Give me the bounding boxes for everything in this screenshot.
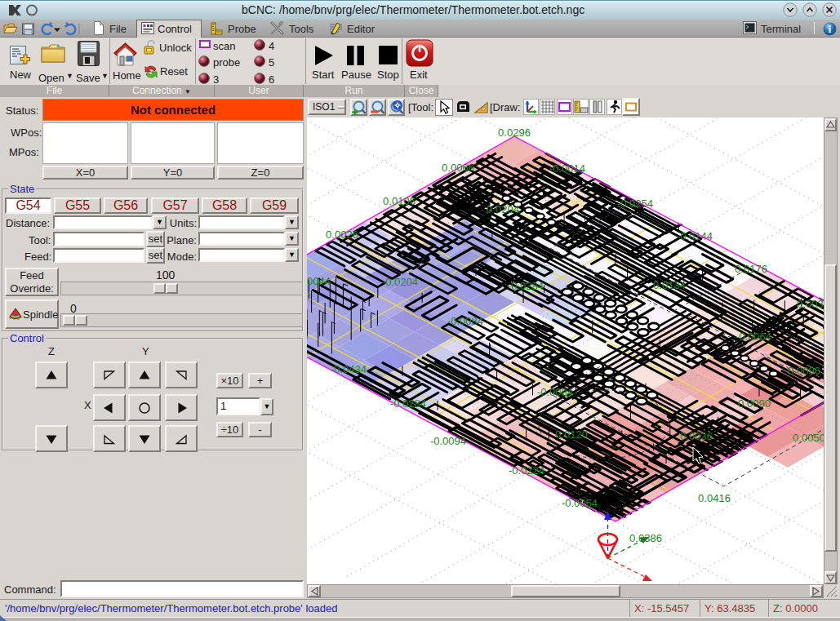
svg-text:0.0386: 0.0386 (629, 532, 662, 544)
svg-text:-0.0144: -0.0144 (677, 230, 713, 242)
svg-text:0.0066: 0.0066 (442, 162, 474, 174)
svg-text:0.0050: 0.0050 (793, 432, 824, 444)
svg-text:0.0026: 0.0026 (326, 228, 358, 241)
svg-text:-0.0064: -0.0064 (562, 497, 598, 509)
svg-text:0.0036: 0.0036 (797, 298, 824, 310)
svg-text:0.0176: 0.0176 (735, 263, 767, 275)
svg-text:0.0296: 0.0296 (498, 126, 531, 139)
svg-text:-0.0064: -0.0064 (736, 330, 771, 343)
svg-text:0.0106: 0.0106 (383, 195, 416, 207)
svg-text:0.0416: 0.0416 (698, 492, 731, 504)
svg-text:-0.0204: -0.0204 (382, 276, 418, 288)
svg-text:0.0134: 0.0134 (653, 279, 686, 291)
svg-text:-0.0434: -0.0434 (331, 363, 367, 375)
svg-text:-0.0224: -0.0224 (509, 464, 544, 477)
svg-text:0.0090: 0.0090 (738, 397, 771, 410)
svg-text:-0.0084: -0.0084 (537, 386, 573, 398)
svg-text:-0.0284: -0.0284 (390, 397, 426, 410)
svg-text:0.0044: 0.0044 (307, 275, 331, 287)
svg-text:-0.0094: -0.0094 (430, 435, 466, 447)
svg-text:-0.0254: -0.0254 (617, 197, 653, 210)
svg-text:0.0096: 0.0096 (788, 365, 820, 377)
svg-text:0.0204: 0.0204 (487, 203, 519, 215)
svg-text:0.0036: 0.0036 (680, 430, 713, 442)
svg-text:-0.0284: -0.0284 (508, 280, 544, 292)
svg-text:0.0120: 0.0120 (555, 428, 588, 441)
svg-text:-0.0084: -0.0084 (447, 315, 483, 327)
svg-text:-0.0014: -0.0014 (549, 162, 585, 175)
